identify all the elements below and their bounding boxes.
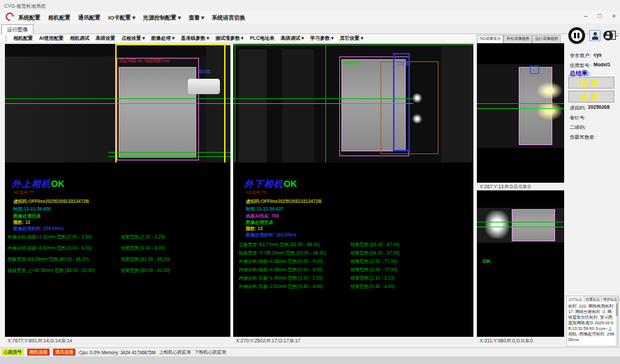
tab-ng-view[interactable]: NG成像显示 — [477, 35, 503, 43]
measurement-alarm: 报警范围:(1.10 - 2.10) — [350, 275, 394, 282]
upper-camera-coordinates: X:7677;Y:891;R:14;G:14;B:14 — [5, 337, 230, 345]
log-tab-settings[interactable]: 设置日志 — [584, 296, 602, 302]
result-ok-text: OK — [51, 179, 65, 189]
user-button[interactable] — [589, 30, 600, 41]
machine-band — [5, 44, 230, 56]
baseline-line — [233, 98, 413, 99]
qr-code-label: 二维码: — [570, 124, 586, 131]
user-icon — [592, 36, 598, 40]
menu-system-config[interactable]: 系统配置 — [18, 14, 40, 22]
glow-spot — [485, 211, 509, 238]
log-panel[interactable]: 运行日志 设置日志 维护日志 耗时: 222, 网络检测耗时: 17, 网络分类… — [566, 296, 619, 347]
elapsed-line: 图像处理耗时: 258.00ms — [13, 226, 64, 232]
logout-icon: → — [613, 31, 619, 38]
tool-spot-check[interactable]: 点检设置 ▾ — [121, 35, 145, 42]
turns-line: 圈数: 13 — [246, 226, 263, 232]
maximize-button[interactable]: □ — [598, 13, 601, 20]
tool-advanced-settings[interactable]: 高级设置 — [96, 35, 115, 42]
machine-column — [282, 50, 314, 162]
menu-view[interactable]: 查看 ▾ — [189, 14, 204, 22]
baseline-line — [5, 103, 230, 104]
menu-light-config[interactable]: 光源控制配置 ▾ — [143, 14, 181, 22]
baseline-line — [108, 152, 230, 153]
upper-camera-image: 固定间隙:93, 动态间隙:100 83.66 — [5, 44, 230, 162]
measurement-row: 隔膜宽度-下=95.24mm 范围:(93.00 - 98.00) 报警范围:(… — [239, 250, 472, 257]
log-tabs: 运行日志 设置日志 维护日志 — [567, 296, 618, 302]
log-text: 耗时: 222, 网络检测耗时: 17, 网络分类耗时: 0, 网络提取分区耗时… — [567, 302, 618, 344]
log-scrollbar-thumb[interactable] — [616, 303, 618, 316]
close-button[interactable]: × — [612, 13, 616, 20]
ai-detect-label: AI检测框 — [344, 60, 360, 66]
log-scrollbar[interactable] — [616, 302, 618, 346]
measurement-row: 正极宽度=83.77mm 范围:(82.00 - 88.00) 报警范围:(83… — [239, 242, 472, 248]
measurement-alarm: 报警范围:(2.00 - 77.00) — [350, 259, 397, 265]
gap-measure-text: 固定间隙:93, 动态间隙:100 — [119, 58, 169, 64]
base-code-value: 20250208 — [588, 105, 610, 109]
tool-camera-debug[interactable]: 相机调试 — [70, 35, 89, 42]
tool-ai-config[interactable]: AI使用配置 — [39, 35, 64, 42]
measurement-text: 隔膜宽度-上=90.56mm 范围:(88.00 - 92.00) — [8, 268, 95, 273]
baseline-line — [477, 108, 564, 109]
machine-column — [441, 47, 473, 162]
measurement-alarm: 报警范围:(94.00 - 97.00) — [350, 250, 399, 257]
glow-spot — [412, 114, 422, 124]
machine-column — [239, 50, 267, 162]
baseline-line — [233, 103, 413, 104]
tab-run-view[interactable]: 运行成像视图 — [532, 35, 561, 43]
toolbar: 相机配置 AI使用配置 相机调试 高级设置 点检设置 ▾ 图像处理 ▾ 基准线参… — [0, 34, 475, 43]
minimize-button[interactable]: – — [584, 13, 587, 20]
tool-learn-params[interactable]: 学习参数 ▾ — [310, 35, 333, 42]
camera-name: 外上相机 — [12, 179, 51, 189]
lower-heartbeat-monitor[interactable]: 下相机心跳监测 — [194, 349, 226, 356]
login-user-label: 登录用户: — [570, 52, 591, 59]
tab-count-label: 负极耳数量: — [570, 134, 596, 141]
menu-io-config[interactable]: IO卡配置 ▾ — [108, 14, 135, 22]
tool-baseline-params[interactable]: 基准线参数 ▾ — [181, 35, 209, 42]
lower-camera-panel[interactable]: AI检测框 123.80 外下相机OK NG复判:TD 虚拟码:OFFline2… — [233, 44, 473, 337]
measure-value-label: 123.80 — [397, 61, 411, 66]
tool-camera-config[interactable]: 相机配置 — [13, 35, 33, 42]
separator-film-block — [119, 67, 196, 158]
pin-number-label: 卷针号: — [570, 114, 586, 121]
time-line: 时间:13-31-59-627 — [246, 206, 283, 213]
upper-heartbeat-monitor[interactable]: 上相机心跳监测 — [159, 349, 191, 356]
tab-run-image[interactable]: 运行图像 — [1, 24, 34, 34]
measurement-row: 内侧余料-负极=1.90mm 范围:(1.00 - 2.20) 报警范围:(1.… — [239, 275, 472, 282]
menu-camera-config[interactable]: 相机配置 — [48, 14, 71, 22]
lower-camera-coordinates: X:270;Y:2502;R:17;G:17;B:17 — [233, 337, 473, 345]
processing-done-line: 图像处理完成 — [13, 213, 40, 220]
top-green-line — [233, 45, 473, 45]
tool-other-settings[interactable]: 其它设置 ▾ — [340, 35, 363, 42]
measurement-text: 外侧余料-隔膜=4.38mm 范围:(0.00 - 9.00) — [239, 259, 323, 264]
ng-view-bottom-panel[interactable]: OK — [477, 190, 564, 337]
log-tab-maintenance[interactable]: 维护日志 — [602, 296, 619, 302]
baseline-line — [477, 103, 564, 104]
status-bar: 心跳信号 相机连接 通讯连接 Cpu: 0.0% Memory: 3424.41… — [0, 347, 620, 356]
tool-image-processing[interactable]: 图像处理 ▾ — [151, 35, 174, 42]
logout-button[interactable]: → — [609, 30, 620, 41]
measurement-text: 外侧余料-负极=2.61mm 范围:(0.60 - 4.00) — [239, 284, 323, 289]
tool-test-params[interactable]: 测试项参数 ▾ — [215, 35, 243, 42]
cpu-memory-text: Cpu: 0.0% Memory: 3424.41796875M — [79, 350, 156, 355]
baseline-line — [108, 156, 230, 157]
base-code-label: 虚拟码: — [570, 105, 586, 112]
measurement-text: 外侧余料-隔膜=2.91mm 范围:(2.00 - 3.50) — [8, 234, 91, 239]
pause-button[interactable] — [568, 27, 585, 44]
measurement-text: 隔膜宽度-下=95.24mm 范围:(93.00 - 98.00) — [239, 250, 326, 255]
menu-comm-config[interactable]: 通讯配置 — [78, 14, 101, 22]
glow-spot — [537, 102, 562, 120]
tab-all-view[interactable]: 所有成像视图 — [503, 35, 532, 43]
tool-advanced-debug[interactable]: 高级调试 ▾ — [281, 35, 304, 42]
upper-camera-panel[interactable]: 固定间隙:93, 动态间隙:100 83.66 外上相机OK NG复判:TT 虚… — [5, 44, 230, 337]
measurement-row: 阳极宽度=83.05mm 范围:(80.00 - 86.00) 报警范围:(81… — [8, 257, 230, 263]
measurement-alarm: 报警范围:(2.00 - 77.00) — [350, 267, 397, 273]
window-bottom-edge — [0, 356, 620, 364]
yellow-guide-line — [224, 44, 226, 162]
menu-language-switch[interactable]: 系统语言切换 — [212, 14, 245, 22]
toolbar-grip — [6, 36, 7, 42]
separator-film-block — [512, 209, 555, 241]
log-tab-run[interactable]: 运行日志 — [567, 296, 584, 302]
ng-view-top-panel[interactable] — [477, 43, 564, 183]
tool-plc-table[interactable]: PLC地址表 — [250, 35, 274, 42]
measurement-text: 内侧余料-隔膜=4.60mm 范围:(3.00 - 6.00) — [8, 245, 91, 250]
